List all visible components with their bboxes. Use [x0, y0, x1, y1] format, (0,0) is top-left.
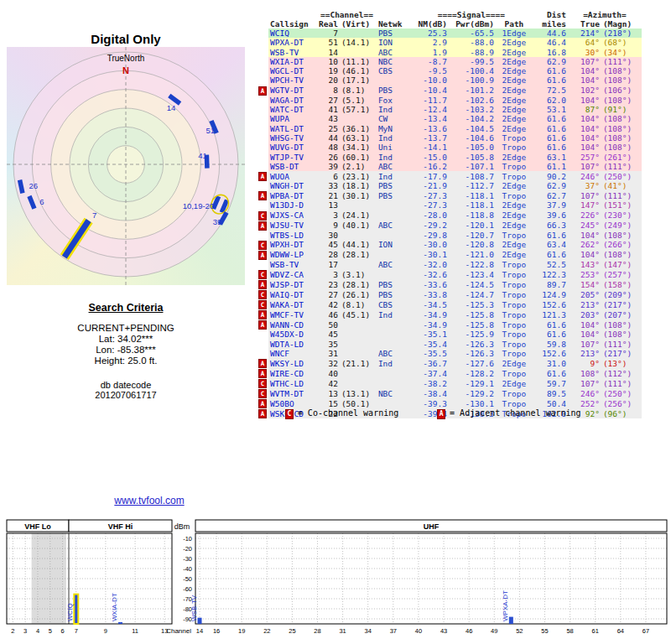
noise-margin-cell: -12.4 [410, 105, 449, 114]
network-cell: MyN [377, 124, 410, 133]
radar-marker-label: 10,19-20 [183, 201, 215, 210]
table-header-cell: =Azimuth= [568, 10, 642, 19]
table-row: WUPA43CW-13.4-104.22Edge61.6104°(108°) [257, 114, 642, 123]
band-label: VHF Lo [24, 522, 51, 531]
spectrum-bar-label: WCIQ [66, 603, 74, 621]
azimuth-magnetic-cell: (68°) [601, 38, 642, 47]
co-channel-warning-icon: C [258, 241, 267, 250]
warning-cell: A [257, 398, 268, 408]
x-tick-label: 55 [541, 627, 548, 635]
channel-virtual-cell [340, 231, 377, 240]
network-cell: ABC [377, 48, 410, 57]
table-row: AWMCF-TV46(45.1)Ind-34.9-125.8Tropo121.3… [257, 309, 642, 319]
table-row: CWPXH-DT45(44.1)ION-30.0-120.82Edge63.42… [257, 240, 642, 250]
path-cell: Tropo [496, 171, 533, 181]
azimuth-magnetic-cell: (111°) [601, 162, 642, 171]
channel-virtual-cell: (46.1) [340, 66, 377, 75]
callsign-cell: WPBA-DT [268, 190, 317, 200]
network-cell: PBS [377, 289, 410, 299]
table-header-cell: True [568, 19, 601, 29]
callsign-cell: WPXH-DT [268, 240, 317, 250]
channel-virtual-cell [340, 349, 377, 358]
distance-cell: 59.8 [533, 340, 568, 349]
noise-margin-cell: -35.4 [410, 340, 449, 349]
path-cell: 2Edge [496, 153, 533, 162]
distance-cell: 122.3 [533, 269, 568, 279]
callsign-cell: WHSG-TV [268, 133, 317, 143]
adjacent-channel-warning-icon: A [258, 221, 267, 231]
y-tick-label: -20 [183, 545, 192, 553]
radar-marker-label: 26 [29, 181, 38, 190]
tvfool-link[interactable]: www.tvfool.com [114, 495, 184, 506]
warning-cell [257, 162, 268, 171]
callsign-cell: WSB-TV [268, 48, 317, 57]
callsign-cell: WKSY-LD [268, 358, 317, 368]
signal-table-area: ==Channel======Signal====Dist=Azimuth=Ca… [257, 10, 642, 418]
azimuth-true-cell: 107° [568, 57, 601, 66]
azimuth-magnetic-cell: (230°) [601, 210, 642, 221]
table-row: CWTHC-LD42-38.2-129.12Edge59.7107°(111°) [257, 378, 642, 388]
channel-virtual-cell: (45.1) [340, 309, 377, 319]
network-cell [377, 398, 410, 408]
distance-cell: 72.5 [533, 86, 568, 96]
azimuth-magnetic-cell: (13°) [601, 358, 642, 368]
azimuth-true-cell: 9° [568, 358, 601, 368]
noise-margin-cell: -9.5 [410, 66, 449, 75]
network-cell [377, 250, 410, 260]
radar-marker-label: 39 [213, 217, 222, 226]
channel-real-cell: 33 [317, 181, 340, 190]
path-cell: Tropo [496, 133, 533, 143]
callsign-cell: WPXA-DT [268, 38, 317, 47]
power-cell: -105.0 [449, 143, 496, 152]
channel-virtual-cell: (50.1) [340, 398, 377, 408]
azimuth-magnetic-cell: (256°) [601, 398, 642, 408]
path-cell: 2Edge [496, 210, 533, 221]
power-cell: -125.8 [449, 309, 496, 319]
path-cell: Tropo [496, 388, 533, 398]
table-header-cell: ==Channel== [317, 10, 377, 19]
channel-virtual-cell: (8.1) [340, 86, 377, 96]
azimuth-true-cell: 104° [568, 75, 601, 85]
distance-cell: 61.6 [533, 124, 568, 133]
warning-cell: A [257, 408, 268, 418]
callsign-cell: WATL-DT [268, 124, 317, 133]
distance-cell: 61.6 [533, 250, 568, 260]
warning-cell: C [257, 378, 268, 388]
noise-margin-cell: -17.9 [410, 171, 449, 181]
co-channel-warning-icon: C [258, 290, 267, 299]
power-cell: -118.1 [449, 190, 496, 200]
azimuth-magnetic-cell: (111°) [601, 378, 642, 388]
azimuth-magnetic-cell: (108°) [601, 133, 642, 143]
distance-cell: 152.6 [533, 349, 568, 358]
warning-cell [257, 57, 268, 66]
path-cell: Tropo [496, 269, 533, 279]
noise-margin-cell: 25.3 [410, 29, 449, 38]
distance-cell: 61.6 [533, 133, 568, 143]
power-cell: -103.2 [449, 105, 496, 114]
adjacent-channel-warning-icon: A [258, 310, 267, 319]
power-cell: -65.5 [449, 29, 496, 38]
distance-cell: 61.6 [533, 143, 568, 152]
table-row: WUVG-DT48(34.1)Uni-14.1-105.0Tropo61.610… [257, 143, 642, 152]
callsign-cell: WGTV-DT [268, 86, 317, 96]
distance-cell: 62.9 [533, 181, 568, 190]
noise-margin-cell: -29.2 [410, 221, 449, 231]
noise-margin-cell: -15.0 [410, 153, 449, 162]
noise-margin-cell: -36.7 [410, 358, 449, 368]
spectrum-svg: VHF LoVHF HiUHFdBm-10-20-30-40-50-60-70-… [0, 515, 671, 644]
x-tick-label: 19 [238, 627, 245, 635]
distance-cell: 62.0 [533, 96, 568, 105]
path-cell: 2Edge [496, 181, 533, 190]
noise-margin-cell: -37.4 [410, 368, 449, 378]
distance-cell: 61.6 [533, 368, 568, 378]
network-cell: ION [377, 240, 410, 250]
noise-margin-cell: -11.7 [410, 96, 449, 105]
channel-real-cell: 31 [317, 349, 340, 358]
path-cell: Tropo [496, 309, 533, 319]
distance-cell: 52.5 [533, 260, 568, 269]
azimuth-magnetic-cell: (41°) [601, 181, 642, 190]
warning-cell [257, 260, 268, 269]
azimuth-true-cell: 104° [568, 96, 601, 105]
power-cell: -121.0 [449, 250, 496, 260]
channel-real-cell: 48 [317, 143, 340, 152]
